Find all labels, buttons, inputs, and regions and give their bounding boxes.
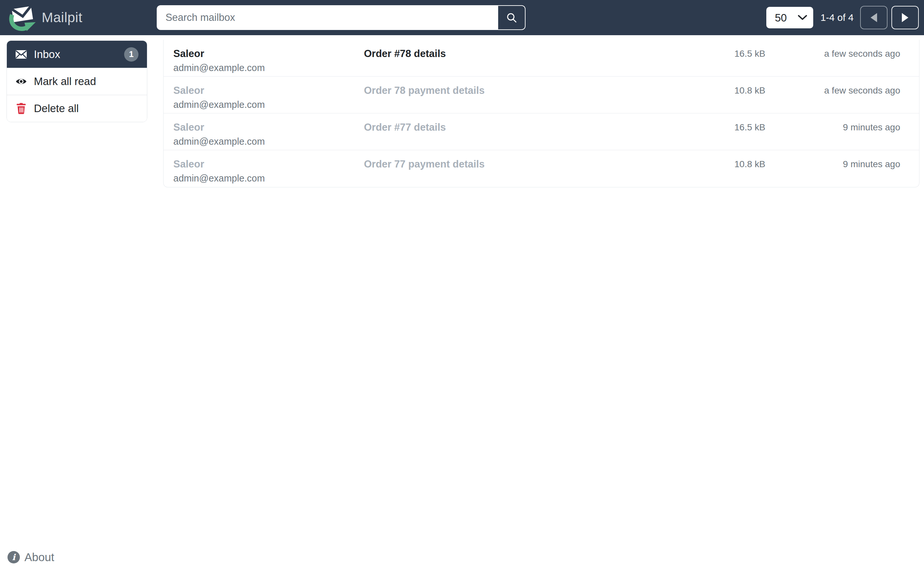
sidebar-item-delete-all[interactable]: Delete all (7, 95, 147, 122)
search-input[interactable] (157, 5, 498, 30)
search-icon (506, 12, 518, 24)
message-subject: Order #78 details (364, 48, 687, 60)
per-page-select-wrap: 50 (766, 7, 813, 28)
message-subject-col: Order 77 payment details (364, 158, 687, 170)
per-page-select[interactable]: 50 (766, 7, 813, 28)
message-from: Saleor admin@example.com (173, 85, 364, 110)
trash-icon (15, 103, 27, 114)
message-from: Saleor admin@example.com (173, 48, 364, 74)
message-sender-name: Saleor (173, 85, 364, 96)
message-list: Saleor admin@example.com Order #78 detai… (163, 40, 920, 188)
unread-count-badge: 1 (124, 47, 138, 62)
message-size: 16.5 kB (687, 48, 765, 60)
mailpit-logo-icon (8, 3, 36, 32)
search-button[interactable] (498, 5, 525, 30)
about-link[interactable]: i About (7, 551, 54, 564)
message-sender-name: Saleor (173, 158, 364, 170)
message-timestamp: 9 minutes ago (765, 122, 900, 133)
message-subject: Order 77 payment details (364, 158, 687, 170)
pagination-controls: 50 1-4 of 4 (766, 6, 919, 29)
message-size: 16.5 kB (687, 122, 765, 133)
info-icon: i (7, 551, 20, 564)
message-row[interactable]: Saleor admin@example.com Order 77 paymen… (164, 150, 919, 187)
sidebar: Inbox 1 Mark all read Delete all (6, 40, 147, 122)
message-subject-col: Order #78 details (364, 48, 687, 60)
message-row[interactable]: Saleor admin@example.com Order #78 detai… (164, 40, 919, 76)
message-size: 10.8 kB (687, 85, 765, 96)
message-sender-name: Saleor (173, 122, 364, 133)
triangle-right-icon (900, 12, 910, 23)
message-subject: Order 78 payment details (364, 85, 687, 96)
top-navbar: Mailpit 50 1-4 of 4 (0, 0, 924, 35)
envelope-icon (15, 50, 27, 59)
sidebar-item-label: Delete all (34, 102, 79, 115)
brand-title: Mailpit (42, 10, 82, 26)
message-sender-name: Saleor (173, 48, 364, 60)
message-sender-email: admin@example.com (173, 63, 364, 74)
message-timestamp: 9 minutes ago (765, 158, 900, 170)
message-sender-email: admin@example.com (173, 173, 364, 184)
next-page-button[interactable] (891, 6, 919, 29)
message-from: Saleor admin@example.com (173, 158, 364, 184)
sidebar-item-label: Inbox (34, 48, 60, 61)
message-subject-col: Order #77 details (364, 122, 687, 133)
brand-link[interactable]: Mailpit (8, 3, 82, 32)
sidebar-item-label: Mark all read (34, 75, 96, 88)
message-subject-col: Order 78 payment details (364, 85, 687, 96)
message-sender-email: admin@example.com (173, 99, 364, 110)
message-subject: Order #77 details (364, 122, 687, 133)
message-row[interactable]: Saleor admin@example.com Order #77 detai… (164, 113, 919, 150)
message-timestamp: a few seconds ago (765, 48, 900, 60)
message-row[interactable]: Saleor admin@example.com Order 78 paymen… (164, 76, 919, 113)
sidebar-item-inbox[interactable]: Inbox 1 (7, 41, 147, 68)
prev-page-button[interactable] (860, 6, 888, 29)
search-group (157, 5, 525, 30)
message-timestamp: a few seconds ago (765, 85, 900, 96)
pagination-range-label: 1-4 of 4 (820, 12, 854, 23)
message-sender-email: admin@example.com (173, 136, 364, 147)
sidebar-item-mark-all-read[interactable]: Mark all read (7, 68, 147, 95)
about-label: About (24, 551, 54, 564)
message-size: 10.8 kB (687, 158, 765, 170)
eye-icon (15, 77, 27, 86)
message-from: Saleor admin@example.com (173, 122, 364, 147)
triangle-left-icon (869, 12, 878, 23)
